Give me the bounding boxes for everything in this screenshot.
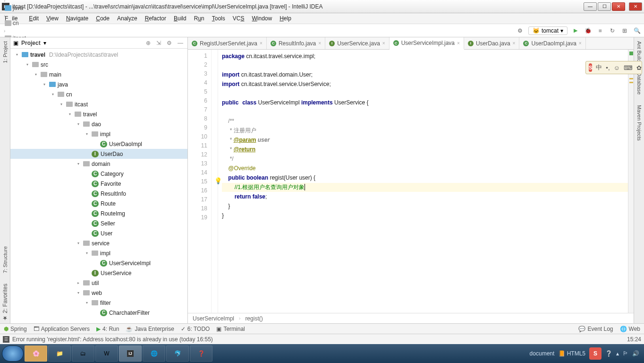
menu-window[interactable]: Window bbox=[248, 14, 276, 23]
tree-row[interactable]: ▾src bbox=[10, 60, 187, 69]
tree-arrow[interactable]: ▾ bbox=[42, 82, 47, 86]
marker-bar[interactable] bbox=[628, 50, 634, 313]
warning-marker[interactable] bbox=[629, 78, 633, 79]
tree-row[interactable]: CUser bbox=[10, 228, 187, 238]
ime-icon[interactable]: S bbox=[589, 347, 602, 360]
tool-eventlog[interactable]: 💬Event Log bbox=[578, 326, 613, 332]
update-button[interactable]: ↻ bbox=[608, 26, 617, 35]
rail-ant[interactable]: Ant Build bbox=[636, 39, 642, 64]
tree-row[interactable]: ▾itcast bbox=[10, 99, 187, 109]
tool-javaee[interactable]: ☕Java Enterprise bbox=[126, 326, 174, 332]
tab-close-icon[interactable]: × bbox=[318, 41, 321, 46]
ime-toolbar[interactable]: S 中 •, ☺ ⌨ ✿ bbox=[585, 61, 642, 74]
editor-body[interactable]: 12345678910111213141516171819 💡 package … bbox=[188, 50, 634, 313]
status-icon[interactable]: ☰ bbox=[3, 336, 9, 343]
tree-row[interactable]: ▾dao bbox=[10, 119, 187, 129]
tree-row[interactable]: IUserDao bbox=[10, 149, 187, 159]
tree-arrow[interactable]: ▾ bbox=[67, 112, 73, 116]
tree-arrow[interactable]: ▾ bbox=[76, 291, 81, 295]
tool-todo[interactable]: ✓6: TODO bbox=[181, 326, 210, 332]
taskbar-doc[interactable]: document bbox=[530, 350, 555, 357]
editor-tab[interactable]: CRegistUserServlet.java× bbox=[188, 37, 267, 49]
stop-button[interactable]: ■ bbox=[596, 26, 604, 35]
menu-refactor[interactable]: Refactor bbox=[141, 14, 170, 23]
tab-close-icon[interactable]: × bbox=[382, 41, 385, 46]
tree-arrow[interactable]: ▸ bbox=[76, 281, 81, 285]
tree-row[interactable]: IUserService bbox=[10, 268, 187, 278]
ime-punct[interactable]: •, bbox=[606, 64, 610, 71]
taskbar-help[interactable]: ❓ bbox=[190, 346, 212, 362]
tree-arrow[interactable]: ▾ bbox=[50, 92, 56, 96]
warning-marker[interactable] bbox=[629, 82, 633, 83]
tree-arrow[interactable]: ▾ bbox=[76, 122, 81, 126]
tree-arrow[interactable]: ▾ bbox=[59, 102, 64, 106]
tree-row[interactable]: CCharchaterFilter bbox=[10, 308, 187, 318]
menu-vcs[interactable]: VCS bbox=[229, 14, 248, 23]
editor-tab[interactable]: IUserDao.java× bbox=[464, 37, 520, 49]
crumb-class[interactable]: UserServiceImpl bbox=[193, 315, 234, 322]
tool-web[interactable]: 🌐Web bbox=[620, 326, 640, 332]
rail-favorites[interactable]: ★ 2: Favorites bbox=[2, 282, 8, 323]
editor-tab[interactable]: CResultInfo.java× bbox=[267, 37, 325, 49]
tree-row[interactable]: ▾cn bbox=[10, 89, 187, 99]
tree-row[interactable]: ▾service bbox=[10, 238, 187, 248]
help-icon[interactable]: ❔ bbox=[605, 350, 612, 357]
code-editor[interactable]: package cn.itcast.travel.service.impl; i… bbox=[218, 50, 628, 313]
tree-arrow[interactable]: ▾ bbox=[33, 72, 39, 77]
taskbar-html5[interactable]: 📙 HTML5 bbox=[558, 350, 585, 357]
ime-keyboard-icon[interactable]: ⌨ bbox=[624, 64, 633, 71]
tree-arrow[interactable]: ▾ bbox=[25, 62, 30, 67]
gear-icon[interactable]: ⚙ bbox=[165, 40, 173, 46]
run-config-select[interactable]: 🐱 tomcat ▾ bbox=[528, 26, 568, 35]
line-gutter[interactable]: 12345678910111213141516171819 bbox=[188, 50, 212, 313]
tree-row[interactable]: ▸util bbox=[10, 278, 187, 288]
tree-row[interactable]: CRoute bbox=[10, 199, 187, 208]
close-button[interactable]: ✕ bbox=[612, 2, 625, 11]
rail-database[interactable]: Database bbox=[636, 70, 642, 96]
tree-row[interactable]: ▾domain bbox=[10, 159, 187, 169]
tree-row[interactable]: ▾java bbox=[10, 79, 187, 89]
ime-smile-icon[interactable]: ☺ bbox=[614, 64, 620, 71]
minimize-button[interactable]: — bbox=[584, 2, 597, 11]
crumb-item[interactable]: cn bbox=[3, 19, 57, 27]
tool-terminal[interactable]: ▣Terminal bbox=[216, 326, 245, 332]
tree-row[interactable]: CSeller bbox=[10, 218, 187, 228]
debug-button[interactable]: 🐞 bbox=[584, 26, 592, 35]
menu-run[interactable]: Run bbox=[190, 14, 208, 23]
tab-close-icon[interactable]: × bbox=[513, 41, 516, 46]
crumb-method[interactable]: regist() bbox=[245, 315, 263, 322]
tray-volume[interactable]: 🔊 bbox=[632, 350, 639, 357]
tool-run[interactable]: ▶4: Run bbox=[96, 326, 119, 332]
editor-tab[interactable]: CUserServiceImpl.java× bbox=[390, 37, 464, 50]
hide-icon[interactable]: — bbox=[176, 40, 185, 46]
rail-structure[interactable]: 7: Structure bbox=[2, 244, 8, 275]
structure-button[interactable]: ⊞ bbox=[620, 26, 629, 35]
secondary-close-button[interactable]: ✕ bbox=[629, 2, 642, 11]
maximize-button[interactable]: ☐ bbox=[598, 2, 611, 11]
tab-close-icon[interactable]: × bbox=[579, 41, 582, 46]
tree-arrow[interactable]: ▾ bbox=[84, 251, 90, 255]
tree-row[interactable]: ▾web bbox=[10, 288, 187, 298]
rail-maven[interactable]: Maven Projects bbox=[636, 103, 642, 143]
tab-close-icon[interactable]: × bbox=[260, 41, 263, 46]
chevron-down-icon[interactable]: ▾ bbox=[43, 40, 46, 46]
crumb-item[interactable]: java bbox=[3, 4, 57, 12]
menu-build[interactable]: Build bbox=[170, 14, 190, 23]
tool-appservers[interactable]: 🗔Application Servers bbox=[34, 326, 90, 332]
tree-arrow[interactable]: ▾ bbox=[76, 241, 81, 245]
taskbar-intellij[interactable]: IJ bbox=[119, 346, 142, 362]
tree-row[interactable]: ▾filter bbox=[10, 298, 187, 308]
taskbar-chrome[interactable]: 🌐 bbox=[143, 346, 165, 362]
editor-tab[interactable]: CUserDaoImpl.java× bbox=[519, 37, 585, 49]
search-icon[interactable]: 🔍 bbox=[633, 26, 641, 35]
rail-project[interactable]: 1: Project bbox=[2, 39, 8, 65]
scroll-from-source-icon[interactable]: ⊕ bbox=[144, 40, 152, 46]
collapse-icon[interactable]: ⇲ bbox=[155, 40, 162, 46]
tree-row[interactable]: CFavorite bbox=[10, 179, 187, 189]
tree-row[interactable]: ▾impl bbox=[10, 129, 187, 139]
tree-row[interactable]: ▾travel bbox=[10, 109, 187, 119]
tree-arrow[interactable]: ▾ bbox=[84, 301, 90, 305]
tree-row[interactable]: CCategory bbox=[10, 169, 187, 179]
taskbar-app[interactable]: 🌸 bbox=[25, 346, 47, 362]
menu-navigate[interactable]: Navigate bbox=[62, 14, 92, 23]
